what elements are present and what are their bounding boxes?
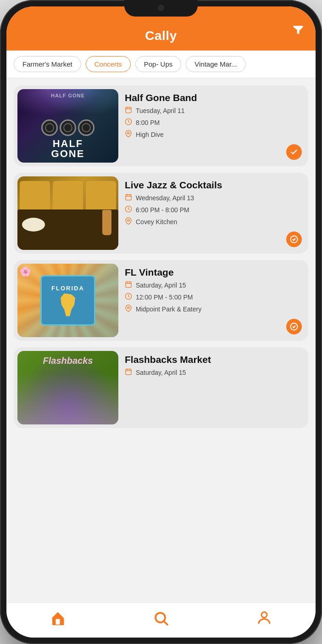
event-info-flashbacks: Flashbacks Market Saturday, April 15: [122, 347, 308, 428]
event-info-fl-vintage: FL Vintage Saturday, April 15 12:00 PM -…: [122, 260, 308, 341]
event-location: Covey Kitchen: [125, 217, 303, 226]
clock-icon: [125, 205, 132, 215]
event-date: Saturday, April 15: [125, 281, 303, 290]
events-list: HALF GONE HALFGONE Half Gone Band: [6, 78, 316, 602]
event-image-fl-vintage: 🌸 FLORIDA: [17, 264, 118, 337]
event-image-flashbacks: Flashbacks: [17, 351, 118, 424]
svg-rect-20: [126, 369, 131, 375]
event-card-half-gone-band[interactable]: HALF GONE HALFGONE Half Gone Band: [14, 85, 308, 166]
camera: [158, 5, 164, 11]
vintage-flowers-decoration: 🌸: [20, 266, 31, 277]
clock-icon: [125, 118, 132, 127]
clock-icon: [125, 293, 132, 302]
bottom-nav: [6, 602, 316, 638]
event-card-fl-vintage[interactable]: 🌸 FLORIDA FL Vintage Saturday, April 15: [14, 260, 308, 341]
event-title: Live Jazz & Cocktails: [125, 179, 303, 191]
tab-popups[interactable]: Pop- Ups: [135, 56, 182, 72]
nav-home[interactable]: [40, 608, 75, 628]
svg-point-11: [128, 220, 129, 221]
event-location: High Dive: [125, 130, 303, 139]
svg-point-27: [261, 612, 267, 618]
event-title: Flashbacks Market: [125, 354, 303, 365]
event-card-flashbacks-market[interactable]: Flashbacks Flashbacks Market Saturday, A…: [14, 347, 308, 428]
tab-farmers-market[interactable]: Farmer's Market: [14, 56, 81, 72]
calendar-icon: [125, 106, 132, 115]
event-date: Saturday, April 15: [125, 368, 303, 377]
svg-rect-6: [126, 195, 131, 200]
filter-button[interactable]: [292, 24, 305, 40]
location-icon: [125, 217, 132, 226]
flashbacks-image-title: Flashbacks: [43, 356, 93, 366]
svg-rect-0: [126, 107, 131, 113]
svg-point-25: [155, 613, 165, 622]
event-time: 8:00 PM: [125, 118, 303, 127]
tab-vintage-market[interactable]: Vintage Mar...: [186, 56, 245, 72]
home-icon: [50, 610, 66, 627]
app-title: Cally: [145, 28, 177, 43]
vintage-badge: FLORIDA: [40, 275, 95, 326]
svg-rect-24: [56, 619, 60, 625]
check-badge: [286, 232, 302, 247]
event-image-live-jazz: [17, 176, 118, 250]
event-title: Half Gone Band: [125, 92, 303, 103]
event-title: FL Vintage: [125, 266, 303, 278]
event-card-live-jazz[interactable]: Live Jazz & Cocktails Wednesday, April 1…: [14, 173, 308, 254]
nav-search[interactable]: [144, 608, 178, 628]
event-time: 12:00 PM - 5:00 PM: [125, 293, 303, 302]
svg-rect-13: [126, 282, 131, 288]
phone-screen: Cally Farmer's Market Concerts Pop- Ups …: [6, 6, 316, 638]
location-icon: [125, 305, 132, 314]
profile-icon: [256, 610, 272, 627]
event-date: Wednesday, April 13: [125, 193, 303, 203]
check-badge: [286, 144, 302, 160]
search-icon: [153, 610, 169, 627]
svg-line-26: [164, 621, 168, 625]
check-badge: [286, 319, 302, 334]
event-time: 6:00 PM - 8:00 PM: [125, 205, 303, 215]
tab-concerts[interactable]: Concerts: [86, 56, 131, 72]
filter-tabs-container: Farmer's Market Concerts Pop- Ups Vintag…: [6, 51, 316, 78]
location-icon: [125, 130, 132, 139]
calendar-icon: [125, 281, 132, 290]
event-location: Midpoint Park & Eatery: [125, 305, 303, 314]
phone-shell: Cally Farmer's Market Concerts Pop- Ups …: [0, 0, 322, 644]
event-image-half-gone-band: HALF GONE HALFGONE: [17, 89, 118, 163]
event-info-half-gone-band: Half Gone Band Tuesday, April 11 8:00 PM: [122, 85, 308, 166]
event-date: Tuesday, April 11: [125, 106, 303, 115]
svg-point-18: [128, 307, 129, 309]
nav-profile[interactable]: [247, 608, 282, 628]
svg-point-5: [128, 132, 129, 134]
calendar-icon: [125, 193, 132, 203]
notch: [124, 0, 198, 17]
calendar-icon: [125, 368, 132, 377]
event-info-live-jazz: Live Jazz & Cocktails Wednesday, April 1…: [122, 173, 308, 254]
